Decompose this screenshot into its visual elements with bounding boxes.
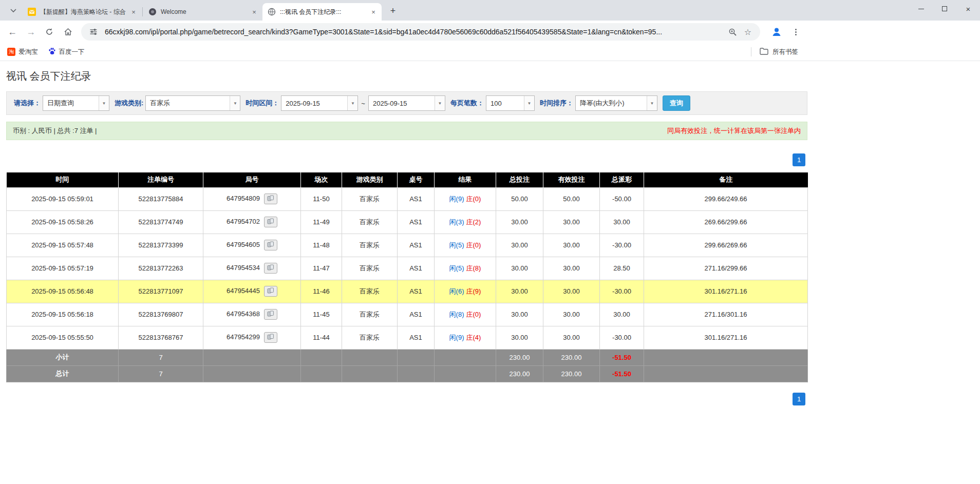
cell-total-bet[interactable]: 30.00 [496,303,543,326]
bookmark-label: 百度一下 [59,48,85,56]
cell-time: 2025-09-15 05:55:50 [7,326,119,349]
result-player: 闲(6) [449,287,464,295]
game-type-select[interactable]: 百家乐 ▼ [145,95,240,111]
cell-note: 299.66/269.66 [644,234,808,257]
subtotal-cell-9: -51.50 [600,349,644,365]
result-banker: 庄(8) [466,264,481,272]
zoom-icon[interactable] [726,26,739,38]
view-cards-button[interactable] [264,332,277,343]
bookmark-baidu[interactable]: 百度一下 [48,47,85,56]
cell-session: 11-45 [301,303,342,326]
address-bar[interactable]: 66cxkj98.com/ipl/portal.php/game/betreco… [81,23,760,41]
total-cell-7: 230.00 [496,365,543,382]
forward-button[interactable]: → [23,24,39,40]
view-cards-button[interactable] [264,217,277,227]
result-banker: 庄(0) [466,311,481,318]
page-1-button[interactable]: 1 [793,153,805,166]
round-number: 647954702 [227,218,260,225]
cell-total-bet[interactable]: 30.00 [496,234,543,257]
bookmark-star-icon[interactable]: ☆ [742,26,754,38]
cell-total-bet[interactable]: 30.00 [496,257,543,280]
result-banker: 庄(9) [466,287,481,295]
total-cell-1: 7 [119,365,203,382]
tab-forum[interactable]: 【新提醒】海燕策略论坛 - 综合 × [23,3,142,21]
back-button[interactable]: ← [4,24,21,40]
new-tab-button[interactable]: + [386,4,400,18]
date-to-select[interactable]: 2025-09-15 ▼ [368,95,445,111]
subtotal-cell-7: 230.00 [496,349,543,365]
cell-payout: -50.00 [600,187,644,210]
view-cards-button[interactable] [264,263,277,274]
cell-session: 11-46 [301,280,342,303]
cell-note: 271.16/301.16 [644,303,808,326]
tab-bet-records[interactable]: :::视讯 会员下注纪录::: × [262,3,382,21]
view-cards-button[interactable] [264,309,277,320]
maximize-icon [942,6,947,11]
cell-total-bet[interactable]: 30.00 [496,326,543,349]
view-cards-button[interactable] [264,240,277,250]
search-button[interactable]: 查询 [663,95,690,111]
page-content: 视讯 会员下注纪录 请选择： 日期查询 ▼ 游戏类别: 百家乐 ▼ 时间区间： … [6,69,807,405]
page-size-label: 每页笔数： [450,99,484,108]
site-settings-icon[interactable] [87,26,100,38]
date-from-select[interactable]: 2025-09-15 ▼ [281,95,358,111]
cell-bet-id: 522813775884 [119,187,203,210]
profile-icon [771,26,782,37]
query-type-select[interactable]: 日期查询 ▼ [43,95,109,111]
page-1-button[interactable]: 1 [793,393,805,405]
sort-select[interactable]: 降幂(由大到小) ▼ [575,95,657,111]
all-bookmarks[interactable]: 所有书签 [751,47,798,56]
result-banker: 庄(4) [466,334,481,341]
cell-bet-id: 522813772263 [119,257,203,280]
total-cell-6 [435,365,496,382]
tab-search-button[interactable] [6,4,21,18]
tab-welcome[interactable]: Welcome × [143,3,262,21]
minimize-button[interactable] [909,0,933,17]
cell-valid-bet: 30.00 [543,303,600,326]
forum-favicon-icon [28,8,36,16]
page-size-select[interactable]: 100 ▼ [486,95,535,111]
cell-note: 301.16/271.16 [644,326,808,349]
browser-menu-button[interactable] [789,25,802,38]
baidu-paw-icon [48,47,56,56]
profile-button[interactable] [768,24,785,40]
close-button[interactable]: × [956,0,980,17]
result-player: 闲(8) [449,311,464,318]
tab-close-icon[interactable]: × [250,8,258,16]
pagination-top: 1 [6,153,805,166]
reload-button[interactable] [41,24,58,40]
cell-bet-id: 522813774749 [119,210,203,234]
home-button[interactable] [60,24,76,40]
cell-total-bet[interactable]: 50.00 [496,187,543,210]
bet-table-body: 2025-09-15 05:59:01522813775884647954809… [7,187,808,349]
maximize-button[interactable] [933,0,956,17]
total-cell-2 [203,365,301,382]
subtotal-cell-5 [398,349,435,365]
tab-close-icon[interactable]: × [369,8,378,16]
cell-total-bet[interactable]: 30.00 [496,210,543,234]
result-player: 闲(5) [449,241,464,249]
range-separator: ~ [361,100,365,107]
cell-total-bet[interactable]: 30.00 [496,280,543,303]
tab-title: Welcome [161,8,247,15]
chevron-down-icon: ▼ [99,96,109,110]
divider [751,47,751,56]
tab-close-icon[interactable]: × [129,8,138,16]
cell-payout: -30.00 [600,234,644,257]
cell-table-no: AS1 [398,303,435,326]
total-cell-9: -51.50 [600,365,644,382]
bookmark-taobao[interactable]: 淘 爱淘宝 [7,48,38,56]
view-cards-button[interactable] [264,286,277,297]
cell-time: 2025-09-15 05:59:01 [7,187,119,210]
cell-table-no: AS1 [398,210,435,234]
view-cards-button[interactable] [264,193,277,204]
result-player: 闲(9) [449,195,464,203]
cell-result: 闲(5)庄(8) [435,257,496,280]
url-text[interactable]: 66cxkj98.com/ipl/portal.php/game/betreco… [105,28,723,36]
globe-icon [268,8,276,16]
valid-bet-notice: 同局有效投注，统一计算在该局第一张注单内 [667,126,801,135]
table-row: 2025-09-15 05:59:01522813775884647954809… [7,187,808,210]
total-cell-0: 总计 [7,365,119,382]
table-header-row: 时间注单编号局号场次游戏类别桌号结果总投注有效投注总派彩备注 [7,172,808,187]
column-header-10: 备注 [644,172,808,187]
